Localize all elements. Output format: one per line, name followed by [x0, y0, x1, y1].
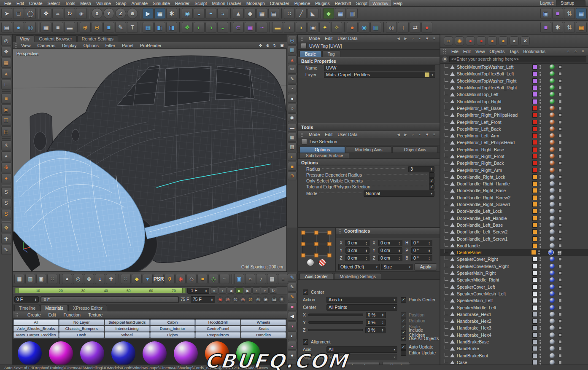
slider-z[interactable] — [308, 329, 363, 331]
crate-icon[interactable]: ■ — [1, 94, 11, 104]
visibility-dot[interactable] — [539, 322, 541, 323]
uvw-tag-icon[interactable] — [558, 175, 562, 179]
checkbox-scale[interactable]: ✓ — [401, 324, 406, 330]
make-editable-icon[interactable]: ▲ — [233, 8, 244, 19]
camera-icon[interactable]: ▣ — [307, 22, 318, 33]
y-axis-lock-icon[interactable]: Y — [103, 8, 114, 19]
no-transform-icon[interactable]: ⊗ — [84, 274, 94, 284]
om-menu-tags[interactable]: Tags — [509, 49, 518, 54]
pen-tool-icon[interactable]: ✎ — [1, 245, 11, 255]
center-checkbox[interactable]: ✓ — [303, 290, 308, 295]
purple-cube-icon[interactable]: ■ — [540, 22, 551, 33]
point-grid-icon[interactable]: ▦ — [14, 274, 24, 284]
visibility-dot[interactable] — [539, 136, 541, 138]
structure-manager-icon[interactable]: ≡ — [52, 22, 63, 33]
visibility-dot[interactable] — [539, 72, 541, 73]
visibility-dots[interactable] — [539, 134, 541, 138]
uv-grid-icon[interactable]: ▦ — [1, 58, 11, 68]
layer-chip[interactable] — [532, 291, 537, 296]
material-tag-icon[interactable] — [550, 236, 555, 241]
checkbox-position[interactable]: ✓ — [401, 312, 406, 318]
layer-button-all[interactable]: All — [13, 319, 59, 325]
uvw-tag-icon[interactable] — [558, 79, 562, 83]
material-tag-icon[interactable] — [550, 312, 555, 317]
visibility-dot[interactable] — [539, 333, 541, 335]
stepper-icon[interactable]: ▲▼ — [398, 249, 400, 252]
visibility-dots[interactable] — [539, 271, 541, 275]
visibility-dot[interactable] — [539, 225, 541, 227]
visibility-dot[interactable] — [539, 188, 541, 190]
visibility-dots[interactable] — [539, 209, 541, 213]
ffd-deformer-icon[interactable]: ▦ — [245, 22, 256, 33]
workplane-mode-icon[interactable]: ▤ — [268, 8, 279, 19]
material-tag-icon[interactable] — [550, 140, 555, 145]
visibility-dots[interactable] — [539, 230, 541, 234]
viewport-layout-icon[interactable]: ▣ — [540, 8, 551, 19]
move-tool-icon[interactable]: ✥ — [40, 8, 51, 19]
stepper-icon[interactable]: ▲▼ — [35, 298, 37, 301]
orange-cube-icon[interactable]: ■ — [197, 274, 208, 284]
sphere-primitive-icon[interactable]: ● — [13, 22, 24, 33]
prev-key-icon[interactable]: ‹ — [218, 287, 227, 294]
material-preview-1[interactable] — [18, 341, 42, 365]
uvw-tag-icon[interactable] — [558, 161, 562, 165]
material-menu-texture[interactable]: Texture — [84, 312, 106, 317]
stepper-icon[interactable]: ▲▼ — [205, 289, 207, 292]
coord-field-x-v1[interactable]: 0 cm▲▼ — [345, 240, 370, 246]
visibility-dots[interactable] — [539, 140, 541, 145]
uvw-tag-icon[interactable] — [558, 237, 562, 241]
visibility-dots[interactable] — [539, 326, 541, 330]
material-tag-icon[interactable] — [550, 325, 555, 330]
grid-snap-icon[interactable]: ▦ — [288, 46, 297, 54]
prev-frame-icon[interactable]: ◀ — [227, 287, 235, 294]
team-render-icon[interactable]: ◎ — [386, 22, 397, 33]
object-row-speakercover-left[interactable]: SpeakerCover_Left — [440, 284, 588, 290]
checkbox-rotation[interactable]: ✓ — [401, 318, 406, 324]
material-tab-timeline[interactable]: Timeline — [14, 305, 40, 311]
visibility-dot[interactable] — [539, 182, 541, 183]
object-row-peepmirror-left-back[interactable]: PeepMirror_Left_Back — [440, 126, 588, 132]
material-tag-icon[interactable] — [550, 216, 555, 221]
layer-chip[interactable] — [532, 332, 537, 338]
interface-cube-icon[interactable]: ■ — [552, 8, 563, 19]
material-tag-icon[interactable] — [550, 92, 555, 97]
layer-chip[interactable] — [532, 161, 537, 166]
material-preview-5[interactable] — [143, 341, 167, 365]
layer-chip[interactable] — [532, 257, 537, 262]
layer-chip[interactable] — [532, 209, 537, 214]
layers-icon[interactable]: ▤ — [267, 274, 277, 284]
add-object-icon[interactable]: ⊕ — [80, 22, 91, 33]
pan-view-icon[interactable]: ✥ — [257, 43, 264, 48]
tab-options[interactable]: Options — [299, 146, 345, 153]
material-tag-icon[interactable] — [550, 154, 555, 159]
visibility-dots[interactable] — [539, 333, 541, 337]
tab-basic[interactable]: Basic — [299, 51, 321, 57]
pink-half-icon[interactable]: ◑ — [288, 322, 297, 330]
object-row-doorhandle-left-base[interactable]: DoorHandle_Left_Base — [440, 222, 588, 228]
om-path-icon[interactable]: ◉ — [455, 36, 464, 46]
material-tag-icon[interactable] — [550, 71, 555, 76]
radius-input[interactable]: 3 ▲▼ — [408, 166, 434, 172]
visibility-dots[interactable] — [539, 72, 541, 76]
layer-chip[interactable] — [532, 140, 537, 145]
circle-outline-icon[interactable]: ○ — [288, 104, 297, 113]
layer-button-no-layer[interactable]: No Layer — [59, 319, 104, 325]
white-sphere-icon[interactable] — [307, 259, 314, 266]
stepper-icon[interactable]: ▲▼ — [365, 241, 367, 245]
shader-ball-icon[interactable]: ◉ — [359, 22, 370, 33]
light-icon[interactable]: ✦ — [319, 22, 330, 33]
model-mode-icon[interactable]: ◆ — [245, 8, 256, 19]
visibility-dot[interactable] — [539, 306, 541, 307]
arrows-swap-icon[interactable]: ⇅ — [564, 22, 575, 33]
material-tag-icon[interactable] — [550, 174, 555, 180]
layer-button-hood-grill[interactable]: Hood&Grill — [195, 319, 240, 325]
object-row-doorhandle-right-screw1[interactable]: DoorHandle_Right_Screw1 — [440, 201, 588, 208]
edges-mode-icon[interactable]: ╱ — [296, 8, 307, 19]
uvw-tag-icon[interactable] — [558, 333, 562, 337]
visibility-dot[interactable] — [539, 67, 541, 69]
material-tag-icon[interactable] — [550, 147, 555, 152]
object-row-handbrake-hex4[interactable]: Handbrake_Hex4 — [440, 332, 588, 338]
texture-mode-icon[interactable]: ▦ — [256, 8, 267, 19]
render-picture-viewer-icon[interactable]: ▦ — [154, 8, 165, 19]
array-generator-icon[interactable]: ❖ — [182, 22, 193, 33]
